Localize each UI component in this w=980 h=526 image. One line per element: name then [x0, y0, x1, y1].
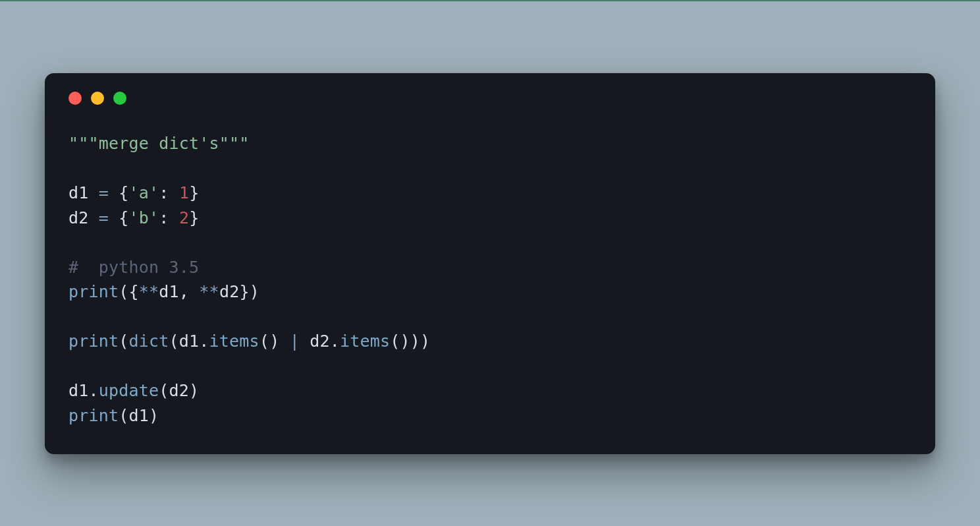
- code-token: [189, 282, 199, 301]
- code-token: .: [330, 332, 340, 351]
- code-token: d2: [219, 282, 240, 301]
- code-token: :: [159, 208, 169, 227]
- code-token: :: [159, 183, 169, 202]
- code-token: {: [119, 183, 128, 202]
- code-token: d1: [68, 183, 89, 202]
- code-token: d2: [169, 381, 190, 400]
- code-token: [89, 183, 99, 202]
- code-token: update: [99, 381, 159, 400]
- code-token: =: [99, 183, 109, 202]
- code-token: d2: [310, 332, 330, 351]
- code-token: =: [99, 208, 109, 227]
- code-line: [68, 305, 912, 330]
- code-token: 2: [179, 208, 189, 227]
- code-token: d1: [129, 406, 150, 425]
- code-token: """merge dict's""": [68, 134, 250, 153]
- code-line: [68, 230, 912, 255]
- code-token: }: [239, 282, 249, 301]
- code-token: |: [290, 332, 300, 351]
- code-block: """merge dict's""" d1 = {'a': 1}d2 = {'b…: [68, 131, 912, 428]
- code-token: }: [189, 208, 199, 227]
- code-line: """merge dict's""": [68, 131, 912, 156]
- code-token: ): [420, 332, 430, 351]
- code-token: (: [119, 332, 128, 351]
- code-token: d1: [68, 381, 89, 400]
- code-token: (: [159, 381, 169, 400]
- code-token: .: [89, 381, 99, 400]
- code-line: d1.update(d2): [68, 378, 912, 403]
- traffic-light-zoom[interactable]: [113, 92, 126, 105]
- code-token: print: [68, 332, 119, 351]
- code-token: dict: [129, 332, 169, 351]
- code-token: print: [68, 406, 119, 425]
- code-line: d2 = {'b': 2}: [68, 206, 912, 231]
- code-line: # python 3.5: [68, 255, 912, 280]
- code-line: [68, 354, 912, 379]
- traffic-light-close[interactable]: [68, 92, 82, 105]
- code-token: (: [119, 282, 128, 301]
- code-line: print({**d1, **d2}): [68, 279, 912, 305]
- code-line: [68, 156, 912, 181]
- code-token: [89, 208, 99, 227]
- code-token: print: [68, 282, 119, 301]
- code-token: items: [340, 332, 390, 351]
- code-token: 'b': [129, 208, 159, 227]
- code-token: d1: [179, 332, 200, 351]
- code-token: ,: [179, 282, 189, 301]
- code-token: 1: [179, 183, 189, 202]
- code-token: [300, 332, 310, 351]
- code-token: {: [129, 282, 139, 301]
- code-token: (: [169, 332, 179, 351]
- code-token: ): [410, 332, 420, 351]
- code-token: (: [119, 406, 128, 425]
- code-token: [169, 208, 179, 227]
- code-token: # python 3.5: [68, 258, 199, 277]
- code-token: 'a': [129, 183, 159, 202]
- code-line: d1 = {'a': 1}: [68, 181, 912, 206]
- traffic-light-minimize[interactable]: [91, 92, 104, 105]
- code-token: }: [189, 183, 199, 202]
- code-token: [169, 183, 179, 202]
- code-token: ): [189, 381, 199, 400]
- code-line: print(dict(d1.items() | d2.items())): [68, 329, 912, 354]
- code-token: ): [400, 332, 410, 351]
- code-token: ): [149, 406, 159, 425]
- code-token: ): [269, 332, 279, 351]
- code-token: [109, 183, 119, 202]
- code-token: {: [119, 208, 128, 227]
- code-token: [109, 208, 119, 227]
- code-token: (: [390, 332, 400, 351]
- traffic-lights: [68, 92, 912, 105]
- code-line: print(d1): [68, 403, 912, 428]
- code-token: d1: [159, 282, 179, 301]
- code-token: (: [259, 332, 269, 351]
- code-token: [279, 332, 289, 351]
- code-window: """merge dict's""" d1 = {'a': 1}d2 = {'b…: [45, 73, 935, 454]
- code-token: ): [250, 282, 259, 301]
- code-token: d2: [68, 208, 89, 227]
- code-token: **: [199, 282, 219, 301]
- code-token: .: [199, 332, 209, 351]
- code-token: items: [209, 332, 259, 351]
- code-token: **: [139, 282, 159, 301]
